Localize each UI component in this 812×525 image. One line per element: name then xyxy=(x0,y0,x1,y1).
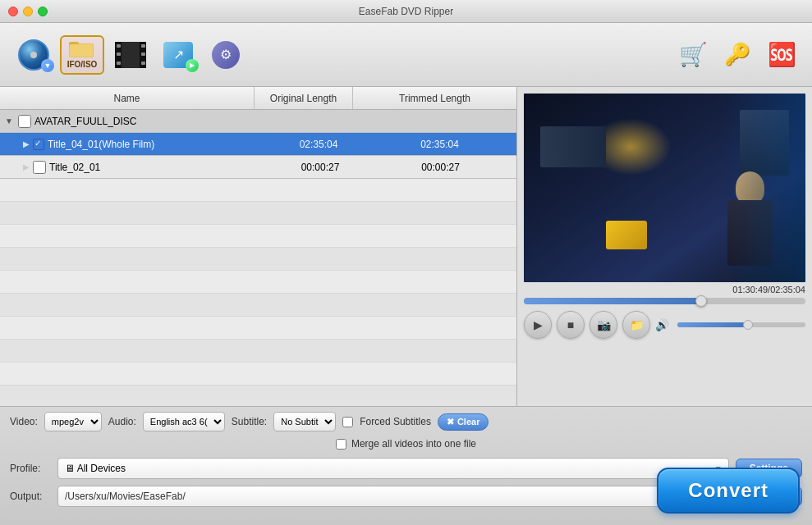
gear-icon: ⚙ xyxy=(212,41,240,69)
toolbar-right-group: 🛒 🔑 🆘 xyxy=(675,37,800,73)
video-preview xyxy=(524,94,805,282)
key-icon: 🔑 xyxy=(724,42,750,67)
ifo-label: IFO/ISO xyxy=(67,60,98,70)
empty-row-5 xyxy=(0,271,516,294)
dvd-load-button[interactable]: ▼ xyxy=(12,34,55,76)
toolbar: ▼ IFO/ISO xyxy=(0,23,812,87)
title-row-1[interactable]: ▶ Title_04_01(Whole Film) 02:35:04 02:35… xyxy=(0,133,516,156)
controls-row: Video: mpeg2v Audio: English ac3 6( Subt… xyxy=(0,407,812,436)
export-button[interactable]: ↗ ▶ xyxy=(157,34,200,76)
profile-select[interactable]: 🖥 All Devices Video Formats HD Video Aud… xyxy=(57,458,729,479)
volume-track[interactable] xyxy=(677,322,805,327)
forced-subtitles-label: Forced Subtitles xyxy=(360,416,431,427)
empty-row-4 xyxy=(0,248,516,271)
file-list-header: Name Original Length Trimmed Length xyxy=(0,87,516,110)
snapshot-button[interactable]: 📷 xyxy=(590,311,617,339)
help-icon: 🆘 xyxy=(768,41,796,68)
forced-subtitles-checkbox[interactable] xyxy=(342,417,353,427)
audio-label: Audio: xyxy=(108,416,136,427)
svg-rect-2 xyxy=(70,44,93,57)
clear-icon: ✖ xyxy=(447,417,454,427)
progress-track[interactable] xyxy=(524,298,805,304)
ifo-iso-button[interactable]: IFO/ISO xyxy=(60,35,104,75)
folder-row[interactable]: ▼ AVATAR_FUULL_DISC xyxy=(0,110,516,133)
app-title: EaseFab DVD Ripper xyxy=(359,6,453,17)
maximize-button[interactable] xyxy=(38,7,48,16)
close-button[interactable] xyxy=(8,7,18,16)
empty-row-3 xyxy=(0,225,516,248)
empty-row-1 xyxy=(0,179,516,202)
traffic-lights xyxy=(8,7,48,16)
settings-gear-button[interactable]: ⚙ xyxy=(204,34,247,76)
title2-checkbox[interactable] xyxy=(33,161,46,174)
play-arrow-2: ▶ xyxy=(23,162,30,171)
volume-icon: 🔊 xyxy=(655,318,669,331)
merge-label: Merge all videos into one file xyxy=(351,438,476,450)
empty-row-7 xyxy=(0,317,516,340)
subtitle-select[interactable]: No Subtit xyxy=(273,412,336,431)
film-icon xyxy=(115,42,146,68)
title2-trim: 00:00:27 xyxy=(369,162,512,173)
title-bar: EaseFab DVD Ripper xyxy=(0,0,812,23)
minimize-button[interactable] xyxy=(23,7,33,16)
folder-name: AVATAR_FUULL_DISC xyxy=(34,116,256,127)
volume-fill xyxy=(677,322,748,327)
video-label: Video: xyxy=(10,416,38,427)
title2-name: Title_02_01 xyxy=(49,162,271,173)
folder-checkbox[interactable] xyxy=(18,115,31,128)
register-button[interactable]: 🔑 xyxy=(719,37,755,73)
file-list: Name Original Length Trimmed Length ▼ AV… xyxy=(0,87,517,406)
col-orig-header: Original Length xyxy=(255,87,353,109)
audio-select[interactable]: English ac3 6( xyxy=(143,412,225,431)
help-button[interactable]: 🆘 xyxy=(764,37,800,73)
title1-orig: 02:35:04 xyxy=(269,139,368,150)
title1-checkbox[interactable] xyxy=(33,139,44,150)
preview-area: 01:30:49/02:35:04 ▶ ■ 📷 📁 🔊 xyxy=(517,87,812,406)
progress-thumb xyxy=(695,295,707,307)
empty-row-8 xyxy=(0,340,516,363)
merge-row: Merge all videos into one file xyxy=(0,436,812,454)
file-list-body: ▼ AVATAR_FUULL_DISC ▶ Title_04_01(Whole … xyxy=(0,110,516,406)
progress-fill xyxy=(524,298,701,304)
empty-row-6 xyxy=(0,294,516,317)
title2-orig: 00:00:27 xyxy=(271,162,369,173)
folder-open-button[interactable]: 📁 xyxy=(622,311,650,339)
purchase-button[interactable]: 🛒 xyxy=(675,37,711,73)
profile-label: Profile: xyxy=(10,463,51,474)
title1-trim: 02:35:04 xyxy=(368,139,512,150)
clear-button[interactable]: ✖ Clear xyxy=(438,413,489,431)
output-label: Output: xyxy=(10,491,51,502)
cart-icon: 🛒 xyxy=(679,41,708,68)
play-arrow-1: ▶ xyxy=(23,139,30,148)
output-path-input[interactable] xyxy=(57,486,732,507)
col-trim-header: Trimmed Length xyxy=(353,87,516,109)
profile-select-wrap: 🖥 All Devices Video Formats HD Video Aud… xyxy=(57,458,729,479)
empty-row-2 xyxy=(0,202,516,225)
play-button[interactable]: ▶ xyxy=(524,311,552,339)
volume-thumb xyxy=(743,320,753,330)
empty-row-10 xyxy=(0,386,516,406)
player-controls: ▶ ■ 📷 📁 🔊 xyxy=(524,311,805,339)
folder-icon xyxy=(69,40,95,58)
main-content: Name Original Length Trimmed Length ▼ AV… xyxy=(0,87,812,406)
video-button[interactable] xyxy=(109,34,152,76)
video-select[interactable]: mpeg2v xyxy=(44,412,102,431)
title-row-2[interactable]: ▶ Title_02_01 00:00:27 00:00:27 xyxy=(0,156,516,179)
expand-arrow: ▼ xyxy=(5,116,18,126)
time-display: 01:30:49/02:35:04 xyxy=(524,285,805,294)
empty-row-9 xyxy=(0,363,516,386)
merge-checkbox[interactable] xyxy=(336,439,346,450)
col-name-header: Name xyxy=(0,87,255,109)
title1-name: Title_04_01(Whole Film) xyxy=(48,139,269,150)
bottom-container: Video: mpeg2v Audio: English ac3 6( Subt… xyxy=(0,406,812,525)
subtitle-label: Subtitle: xyxy=(232,416,267,427)
convert-button[interactable]: Convert xyxy=(657,468,800,514)
convert-button-wrap: Convert xyxy=(657,468,800,514)
stop-button[interactable]: ■ xyxy=(557,311,585,339)
output-path-wrap: 📁 xyxy=(57,486,732,507)
